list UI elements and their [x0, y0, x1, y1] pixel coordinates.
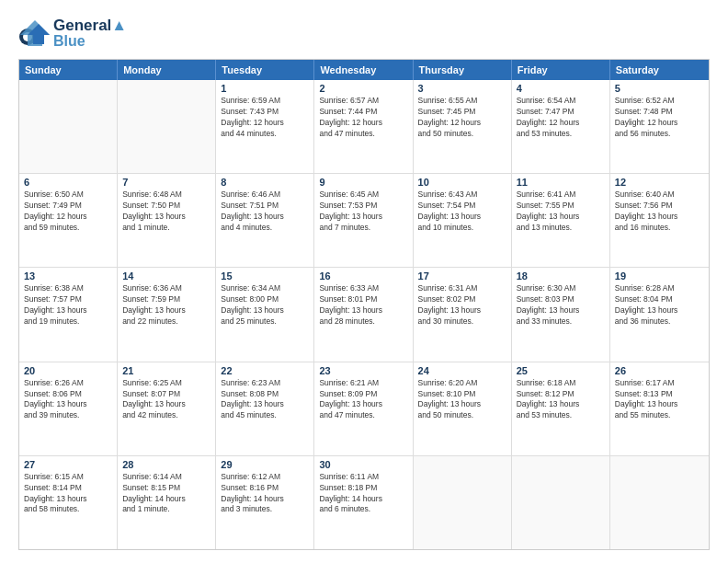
day-info: Sunrise: 6:20 AM Sunset: 8:10 PM Dayligh…: [418, 378, 506, 422]
day-number: 1: [221, 83, 309, 94]
day-number: 13: [24, 270, 112, 282]
day-cell-29: 29Sunrise: 6:12 AM Sunset: 8:16 PM Dayli…: [216, 456, 314, 549]
day-info: Sunrise: 6:50 AM Sunset: 7:49 PM Dayligh…: [24, 190, 112, 234]
page: General▲ Blue SundayMondayTuesdayWednesd…: [0, 0, 728, 563]
day-cell-11: 11Sunrise: 6:41 AM Sunset: 7:55 PM Dayli…: [512, 174, 610, 267]
day-header-wednesday: Wednesday: [314, 60, 413, 80]
day-info: Sunrise: 6:59 AM Sunset: 7:43 PM Dayligh…: [221, 96, 309, 140]
day-info: Sunrise: 6:40 AM Sunset: 7:56 PM Dayligh…: [615, 190, 704, 234]
day-info: Sunrise: 6:48 AM Sunset: 7:50 PM Dayligh…: [122, 190, 210, 234]
day-number: 20: [24, 365, 112, 376]
day-number: 6: [24, 177, 112, 188]
logo: General▲ Blue: [18, 17, 127, 50]
day-info: Sunrise: 6:33 AM Sunset: 8:01 PM Dayligh…: [319, 283, 407, 327]
day-cell-27: 27Sunrise: 6:15 AM Sunset: 8:14 PM Dayli…: [19, 456, 118, 549]
empty-cell: [610, 456, 709, 549]
day-header-friday: Friday: [512, 60, 610, 80]
header: General▲ Blue: [18, 17, 710, 50]
day-info: Sunrise: 6:14 AM Sunset: 8:15 PM Dayligh…: [122, 472, 210, 516]
day-cell-14: 14Sunrise: 6:36 AM Sunset: 7:59 PM Dayli…: [118, 268, 216, 361]
day-info: Sunrise: 6:43 AM Sunset: 7:54 PM Dayligh…: [418, 190, 506, 234]
day-header-saturday: Saturday: [610, 60, 709, 80]
logo-blue: Blue: [53, 34, 127, 49]
day-info: Sunrise: 6:36 AM Sunset: 7:59 PM Dayligh…: [122, 283, 210, 327]
logo-text: General▲: [53, 17, 127, 35]
day-cell-12: 12Sunrise: 6:40 AM Sunset: 7:56 PM Dayli…: [610, 174, 709, 267]
day-cell-19: 19Sunrise: 6:28 AM Sunset: 8:04 PM Dayli…: [610, 268, 709, 361]
day-number: 3: [418, 83, 506, 94]
day-number: 17: [418, 270, 506, 282]
day-cell-10: 10Sunrise: 6:43 AM Sunset: 7:54 PM Dayli…: [414, 174, 512, 267]
day-info: Sunrise: 6:21 AM Sunset: 8:09 PM Dayligh…: [319, 378, 407, 422]
day-cell-8: 8Sunrise: 6:46 AM Sunset: 7:51 PM Daylig…: [216, 174, 314, 267]
day-number: 22: [221, 365, 309, 376]
calendar-header: SundayMondayTuesdayWednesdayThursdayFrid…: [19, 60, 709, 80]
day-number: 2: [319, 83, 407, 94]
day-cell-24: 24Sunrise: 6:20 AM Sunset: 8:10 PM Dayli…: [414, 362, 512, 455]
day-info: Sunrise: 6:11 AM Sunset: 8:18 PM Dayligh…: [319, 472, 407, 516]
day-cell-3: 3Sunrise: 6:55 AM Sunset: 7:45 PM Daylig…: [414, 80, 512, 173]
day-cell-26: 26Sunrise: 6:17 AM Sunset: 8:13 PM Dayli…: [610, 362, 709, 455]
day-info: Sunrise: 6:30 AM Sunset: 8:03 PM Dayligh…: [517, 283, 605, 327]
day-number: 26: [615, 365, 704, 376]
day-info: Sunrise: 6:28 AM Sunset: 8:04 PM Dayligh…: [615, 283, 704, 327]
day-number: 7: [122, 177, 210, 188]
day-cell-15: 15Sunrise: 6:34 AM Sunset: 8:00 PM Dayli…: [216, 268, 314, 361]
day-number: 21: [122, 365, 210, 376]
day-cell-16: 16Sunrise: 6:33 AM Sunset: 8:01 PM Dayli…: [314, 268, 413, 361]
day-info: Sunrise: 6:52 AM Sunset: 7:48 PM Dayligh…: [615, 96, 704, 140]
day-info: Sunrise: 6:15 AM Sunset: 8:14 PM Dayligh…: [24, 472, 112, 516]
day-number: 5: [615, 83, 704, 94]
day-cell-13: 13Sunrise: 6:38 AM Sunset: 7:57 PM Dayli…: [19, 268, 118, 361]
empty-cell: [414, 456, 512, 549]
day-cell-7: 7Sunrise: 6:48 AM Sunset: 7:50 PM Daylig…: [118, 174, 216, 267]
day-number: 4: [517, 83, 605, 94]
day-number: 18: [517, 270, 605, 282]
calendar: SundayMondayTuesdayWednesdayThursdayFrid…: [18, 59, 710, 550]
day-info: Sunrise: 6:41 AM Sunset: 7:55 PM Dayligh…: [517, 190, 605, 234]
day-number: 8: [221, 177, 309, 188]
day-info: Sunrise: 6:17 AM Sunset: 8:13 PM Dayligh…: [615, 378, 704, 422]
day-cell-22: 22Sunrise: 6:23 AM Sunset: 8:08 PM Dayli…: [216, 362, 314, 455]
day-number: 23: [319, 365, 407, 376]
day-number: 11: [517, 177, 605, 188]
week-row-5: 27Sunrise: 6:15 AM Sunset: 8:14 PM Dayli…: [19, 456, 709, 549]
day-header-monday: Monday: [118, 60, 216, 80]
day-number: 25: [517, 365, 605, 376]
day-header-thursday: Thursday: [414, 60, 512, 80]
day-number: 14: [122, 270, 210, 282]
week-row-1: 1Sunrise: 6:59 AM Sunset: 7:43 PM Daylig…: [19, 80, 709, 174]
day-cell-5: 5Sunrise: 6:52 AM Sunset: 7:48 PM Daylig…: [610, 80, 709, 173]
day-number: 9: [319, 177, 407, 188]
day-cell-20: 20Sunrise: 6:26 AM Sunset: 8:06 PM Dayli…: [19, 362, 118, 455]
day-cell-25: 25Sunrise: 6:18 AM Sunset: 8:12 PM Dayli…: [512, 362, 610, 455]
day-info: Sunrise: 6:46 AM Sunset: 7:51 PM Dayligh…: [221, 190, 309, 234]
day-info: Sunrise: 6:31 AM Sunset: 8:02 PM Dayligh…: [418, 283, 506, 327]
day-cell-2: 2Sunrise: 6:57 AM Sunset: 7:44 PM Daylig…: [314, 80, 413, 173]
day-number: 10: [418, 177, 506, 188]
day-number: 24: [418, 365, 506, 376]
day-info: Sunrise: 6:54 AM Sunset: 7:47 PM Dayligh…: [517, 96, 605, 140]
day-info: Sunrise: 6:23 AM Sunset: 8:08 PM Dayligh…: [221, 378, 309, 422]
day-number: 29: [221, 459, 309, 470]
day-cell-28: 28Sunrise: 6:14 AM Sunset: 8:15 PM Dayli…: [118, 456, 216, 549]
week-row-4: 20Sunrise: 6:26 AM Sunset: 8:06 PM Dayli…: [19, 362, 709, 456]
calendar-body: 1Sunrise: 6:59 AM Sunset: 7:43 PM Daylig…: [19, 80, 709, 549]
empty-cell: [512, 456, 610, 549]
day-cell-6: 6Sunrise: 6:50 AM Sunset: 7:49 PM Daylig…: [19, 174, 118, 267]
week-row-2: 6Sunrise: 6:50 AM Sunset: 7:49 PM Daylig…: [19, 174, 709, 268]
day-info: Sunrise: 6:25 AM Sunset: 8:07 PM Dayligh…: [122, 378, 210, 422]
day-header-tuesday: Tuesday: [216, 60, 314, 80]
week-row-3: 13Sunrise: 6:38 AM Sunset: 7:57 PM Dayli…: [19, 268, 709, 362]
day-info: Sunrise: 6:34 AM Sunset: 8:00 PM Dayligh…: [221, 283, 309, 327]
day-cell-18: 18Sunrise: 6:30 AM Sunset: 8:03 PM Dayli…: [512, 268, 610, 361]
day-number: 27: [24, 459, 112, 470]
day-cell-21: 21Sunrise: 6:25 AM Sunset: 8:07 PM Dayli…: [118, 362, 216, 455]
day-info: Sunrise: 6:45 AM Sunset: 7:53 PM Dayligh…: [319, 190, 407, 234]
day-number: 12: [615, 177, 704, 188]
day-cell-23: 23Sunrise: 6:21 AM Sunset: 8:09 PM Dayli…: [314, 362, 413, 455]
day-number: 15: [221, 270, 309, 282]
day-number: 28: [122, 459, 210, 470]
day-cell-4: 4Sunrise: 6:54 AM Sunset: 7:47 PM Daylig…: [512, 80, 610, 173]
day-number: 16: [319, 270, 407, 282]
